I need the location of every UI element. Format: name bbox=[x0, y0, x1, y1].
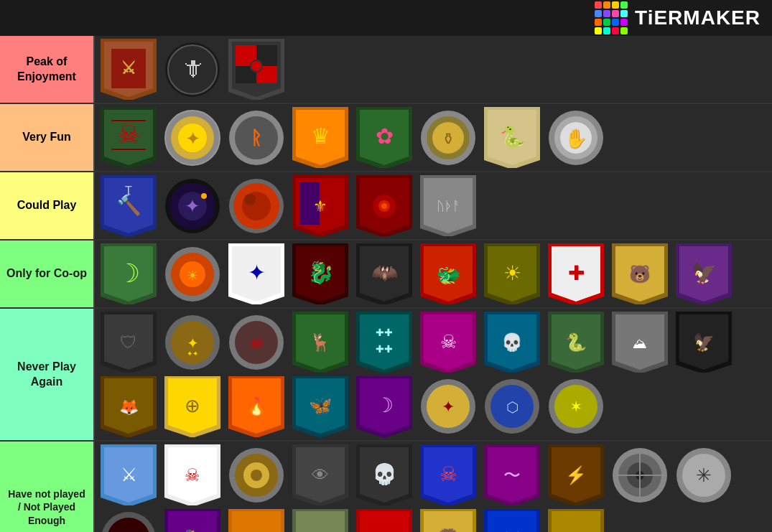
list-item: ✦ bbox=[225, 243, 287, 304]
svg-marker-198 bbox=[296, 511, 345, 532]
list-item: 🔥 bbox=[225, 376, 287, 437]
list-item bbox=[225, 444, 287, 505]
svg-text:☠: ☠ bbox=[185, 465, 200, 485]
svg-text:🦁: 🦁 bbox=[437, 527, 460, 532]
svg-text:✋: ✋ bbox=[564, 127, 588, 150]
list-item: ✦ bbox=[98, 509, 159, 532]
svg-text:☽: ☽ bbox=[375, 394, 393, 416]
svg-text:⚔: ⚔ bbox=[120, 464, 136, 485]
list-item: ♛ bbox=[289, 107, 350, 168]
svg-text:☠: ☠ bbox=[117, 120, 140, 149]
svg-text:♛: ♛ bbox=[310, 124, 330, 148]
svg-text:✦: ✦ bbox=[442, 398, 455, 416]
svg-text:✦: ✦ bbox=[186, 335, 198, 351]
list-item: ☠ bbox=[162, 444, 223, 505]
svg-marker-112 bbox=[360, 314, 409, 370]
svg-marker-210 bbox=[552, 511, 600, 532]
tier-row-peak: Peak of Enjoyment ⚔ 🗡 bbox=[0, 36, 772, 104]
list-item: 🗡 bbox=[162, 39, 223, 100]
svg-text:🐲: 🐲 bbox=[435, 263, 460, 287]
list-item: 🦌 bbox=[289, 312, 350, 373]
list-item bbox=[225, 175, 287, 236]
list-item: 👁 bbox=[289, 444, 350, 505]
logo-grid bbox=[595, 1, 628, 34]
list-item: ⛰ bbox=[609, 312, 670, 373]
list-item: 🛡 bbox=[98, 312, 159, 373]
svg-text:✦: ✦ bbox=[247, 261, 265, 284]
svg-text:⚔: ⚔ bbox=[121, 58, 136, 78]
tier-label-could-play: Could Play bbox=[0, 172, 93, 239]
list-item: ᚢᚦᚨ bbox=[417, 175, 478, 236]
list-item: ☠ bbox=[417, 444, 478, 505]
svg-text:⚡: ⚡ bbox=[565, 465, 587, 485]
list-item: 🐲 bbox=[417, 243, 478, 304]
list-item: ⚜ bbox=[289, 175, 350, 236]
svg-text:✦: ✦ bbox=[186, 130, 199, 148]
svg-text:🐉: 🐉 bbox=[182, 528, 203, 532]
tier-row-not-played: Have not played / Not Played Enough ⚔ ☠ bbox=[0, 442, 772, 532]
list-item: ⚔ bbox=[98, 444, 159, 505]
tier-items-could-play: 🔨 T ✦ bbox=[93, 172, 772, 239]
header: TiERMAKER bbox=[0, 0, 772, 36]
list-item: ⊕ bbox=[162, 376, 223, 437]
svg-text:✶: ✶ bbox=[569, 398, 582, 416]
list-item: ⚱ bbox=[417, 107, 478, 168]
svg-text:⚔: ⚔ bbox=[503, 528, 520, 532]
page-container: TiERMAKER Peak of Enjoyment ⚔ 🗡 bbox=[0, 0, 772, 532]
list-item: ⚔ bbox=[481, 509, 542, 532]
svg-text:🦌: 🦌 bbox=[310, 332, 331, 353]
tier-items-very-fun: ☠ ✦ ᚱ bbox=[93, 104, 772, 171]
tiermaker-logo: TiERMAKER bbox=[595, 1, 761, 34]
list-item: ☠ bbox=[98, 107, 159, 168]
svg-text:🦅: 🦅 bbox=[691, 261, 716, 285]
svg-text:✚: ✚ bbox=[567, 262, 584, 284]
list-item: 💀 bbox=[481, 312, 542, 373]
svg-text:✚✚: ✚✚ bbox=[376, 327, 393, 338]
tier-row-very-fun: Very Fun ☠ ✦ bbox=[0, 104, 772, 172]
svg-text:☠: ☠ bbox=[439, 463, 457, 485]
svg-text:🐉: 🐉 bbox=[307, 260, 334, 286]
svg-text:🐍: 🐍 bbox=[499, 125, 524, 149]
list-item: ✋ bbox=[545, 107, 606, 168]
svg-text:🔥: 🔥 bbox=[246, 396, 267, 416]
svg-text:👁: 👁 bbox=[312, 465, 329, 485]
list-item: 🐉 bbox=[289, 243, 350, 304]
list-item: ✦ bbox=[162, 107, 223, 168]
list-item: 🦋 bbox=[289, 376, 350, 437]
list-item: ᚱ bbox=[225, 107, 287, 168]
svg-text:✦✦: ✦✦ bbox=[187, 350, 198, 358]
list-item: ✚✚ ✚✚ bbox=[353, 312, 414, 373]
tier-label-never: Never Play Again bbox=[0, 309, 93, 440]
list-item: ☽ bbox=[353, 376, 414, 437]
svg-text:T: T bbox=[125, 185, 132, 197]
svg-point-53 bbox=[244, 194, 256, 205]
list-item: 🦅 bbox=[673, 312, 734, 373]
list-item: 🐍 bbox=[481, 107, 542, 168]
list-item: ✦ bbox=[417, 376, 478, 437]
svg-text:⚜: ⚜ bbox=[313, 197, 327, 215]
svg-text:✦: ✦ bbox=[185, 195, 200, 217]
list-item: ✦ bbox=[162, 175, 223, 236]
tier-label-very-fun: Very Fun bbox=[0, 104, 93, 171]
tier-label-only-coop: Only for Co-op bbox=[0, 241, 93, 307]
list-item: 🦅 bbox=[673, 243, 734, 304]
svg-point-49 bbox=[201, 193, 207, 199]
tier-row-never: Never Play Again 🛡 ✦ ✦✦ bbox=[0, 309, 772, 442]
logo-text: TiERMAKER bbox=[635, 6, 761, 29]
tier-row-only-coop: Only for Co-op ☽ ☀ bbox=[0, 241, 772, 309]
list-item bbox=[609, 444, 670, 505]
list-item: 🦁 bbox=[417, 509, 478, 532]
svg-text:🦇: 🦇 bbox=[371, 261, 396, 285]
svg-text:✳: ✳ bbox=[696, 465, 712, 486]
svg-text:⛰: ⛰ bbox=[633, 335, 647, 351]
svg-point-13 bbox=[251, 60, 262, 72]
list-item: ⚔ bbox=[98, 39, 159, 100]
list-item: ✶ bbox=[545, 376, 606, 437]
tier-label-peak: Peak of Enjoyment bbox=[0, 36, 93, 103]
list-item: ☀ bbox=[162, 243, 223, 304]
list-item: 🦊 bbox=[98, 376, 159, 437]
svg-text:✚✚: ✚✚ bbox=[376, 343, 393, 355]
svg-text:⚜: ⚜ bbox=[376, 529, 392, 532]
list-item: ✳ bbox=[673, 444, 734, 505]
svg-text:🦊: 🦊 bbox=[118, 397, 139, 416]
